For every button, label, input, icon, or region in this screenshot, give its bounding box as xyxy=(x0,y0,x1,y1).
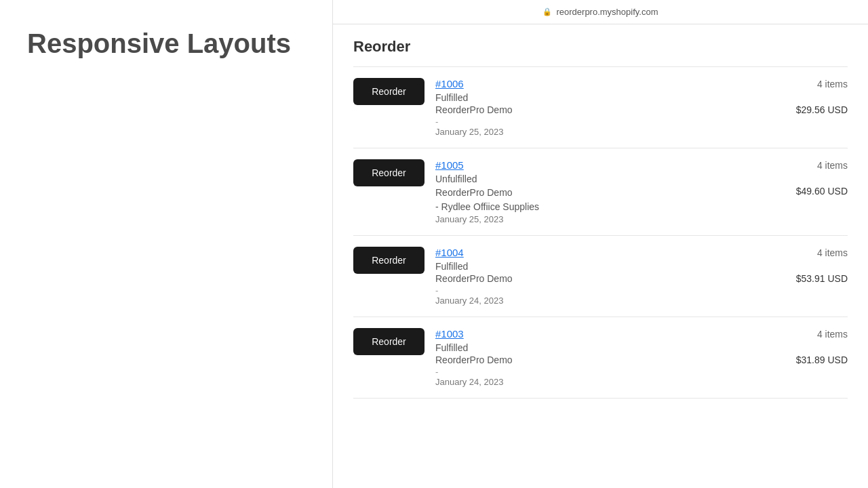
order-number-1006[interactable]: #1006 xyxy=(435,78,464,89)
order-status-1003: Fulfilled xyxy=(435,342,848,353)
order-status-1005: Unfulfilled xyxy=(435,174,848,184)
content-area: Reorder Reorder #1006 4 items Fulfilled xyxy=(333,24,868,412)
order-list: Reorder #1006 4 items Fulfilled ReorderP… xyxy=(353,66,848,399)
order-details-1006: #1006 4 items Fulfilled ReorderPro Demo … xyxy=(435,78,848,127)
item-count-1004: 4 items xyxy=(817,247,848,258)
order-status-1004: Fulfilled xyxy=(435,261,848,272)
order-price-1006: $29.56 USD xyxy=(796,104,848,115)
reorder-button-1006[interactable]: Reorder xyxy=(353,78,425,105)
order-dash-1006: - xyxy=(435,117,848,127)
reorder-button-1003[interactable]: Reorder xyxy=(353,328,425,355)
order-date-1004: January 24, 2023 xyxy=(353,296,848,306)
order-store-1004: ReorderPro Demo xyxy=(435,273,513,284)
order-date-1006: January 25, 2023 xyxy=(353,127,848,137)
list-item: Reorder #1006 4 items Fulfilled ReorderP… xyxy=(353,66,848,148)
order-date-1003: January 24, 2023 xyxy=(353,377,848,387)
browser-bar: 🔒 reorderpro.myshopify.com xyxy=(333,0,868,24)
lock-icon: 🔒 xyxy=(542,7,552,16)
order-number-1003[interactable]: #1003 xyxy=(435,328,464,340)
order-price-1003: $31.89 USD xyxy=(796,354,848,365)
order-price-1005: $49.60 USD xyxy=(796,186,848,214)
order-details-1005: #1005 4 items Unfulfilled ReorderPro Dem… xyxy=(435,159,848,214)
order-dash-1004: - xyxy=(435,285,848,296)
item-count-1006: 4 items xyxy=(817,79,848,89)
order-store-1006: ReorderPro Demo xyxy=(435,104,513,115)
url-text: reorderpro.myshopify.com xyxy=(556,7,658,17)
section-title: Reorder xyxy=(353,38,848,56)
order-store-1003: ReorderPro Demo xyxy=(435,354,513,365)
order-dash-1003: - xyxy=(435,367,848,377)
item-count-1005: 4 items xyxy=(817,160,848,171)
page-title: Responsive Layouts xyxy=(27,27,305,60)
reorder-button-1005[interactable]: Reorder xyxy=(353,159,425,186)
list-item: Reorder #1003 4 items Fulfilled ReorderP… xyxy=(353,317,848,399)
order-status-1006: Fulfilled xyxy=(435,92,848,103)
list-item: Reorder #1005 4 items Unfulfilled Reorde… xyxy=(353,148,848,235)
list-item: Reorder #1004 4 items Fulfilled ReorderP… xyxy=(353,235,848,317)
reorder-button-1004[interactable]: Reorder xyxy=(353,247,425,274)
order-number-1005[interactable]: #1005 xyxy=(435,159,464,171)
order-store-1005: ReorderPro Demo- Rydlee Offiice Supplies xyxy=(435,186,539,214)
order-details-1004: #1004 4 items Fulfilled ReorderPro Demo … xyxy=(435,247,848,296)
item-count-1003: 4 items xyxy=(817,329,848,340)
order-details-1003: #1003 4 items Fulfilled ReorderPro Demo … xyxy=(435,328,848,377)
order-price-1004: $53.91 USD xyxy=(796,273,848,284)
order-number-1004[interactable]: #1004 xyxy=(435,247,464,258)
order-date-1005: January 25, 2023 xyxy=(353,214,848,224)
